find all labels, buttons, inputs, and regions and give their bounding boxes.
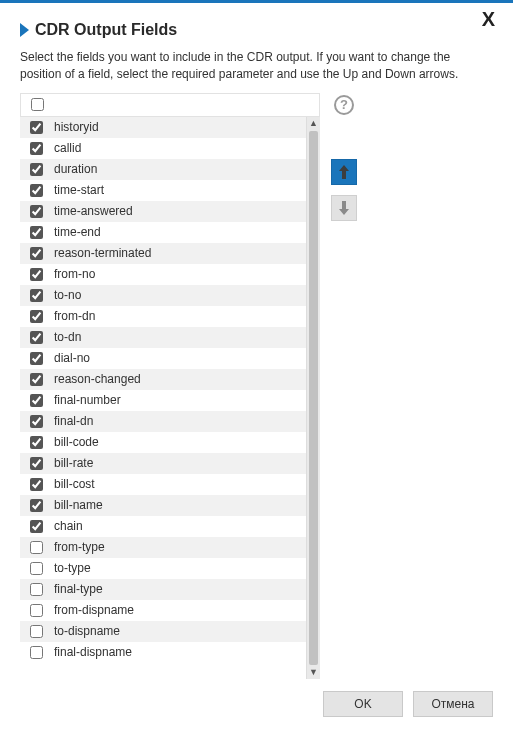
- field-checkbox[interactable]: [30, 583, 43, 596]
- field-checkbox[interactable]: [30, 247, 43, 260]
- field-label: final-dispname: [54, 645, 300, 659]
- field-label: from-no: [54, 267, 300, 281]
- field-checkbox[interactable]: [30, 226, 43, 239]
- arrow-up-icon: [339, 165, 349, 179]
- field-label: to-no: [54, 288, 300, 302]
- field-row[interactable]: bill-cost: [20, 474, 306, 495]
- fields-list-wrap: historyidcalliddurationtime-starttime-an…: [20, 117, 320, 679]
- field-row[interactable]: chain: [20, 516, 306, 537]
- field-checkbox[interactable]: [30, 604, 43, 617]
- dialog-title: CDR Output Fields: [35, 21, 177, 39]
- field-row[interactable]: dial-no: [20, 348, 306, 369]
- field-checkbox[interactable]: [30, 520, 43, 533]
- field-checkbox[interactable]: [30, 625, 43, 638]
- field-label: bill-cost: [54, 477, 300, 491]
- field-row[interactable]: from-dn: [20, 306, 306, 327]
- field-checkbox[interactable]: [30, 646, 43, 659]
- field-row[interactable]: reason-terminated: [20, 243, 306, 264]
- field-row[interactable]: from-type: [20, 537, 306, 558]
- caret-right-icon: [20, 23, 29, 37]
- help-icon[interactable]: ?: [334, 95, 354, 115]
- field-row[interactable]: time-end: [20, 222, 306, 243]
- field-checkbox[interactable]: [30, 499, 43, 512]
- field-label: bill-rate: [54, 456, 300, 470]
- field-checkbox[interactable]: [30, 289, 43, 302]
- field-label: to-dn: [54, 330, 300, 344]
- field-row[interactable]: to-dn: [20, 327, 306, 348]
- field-row[interactable]: from-no: [20, 264, 306, 285]
- field-checkbox[interactable]: [30, 121, 43, 134]
- field-checkbox[interactable]: [30, 562, 43, 575]
- field-row[interactable]: final-number: [20, 390, 306, 411]
- field-row[interactable]: final-dn: [20, 411, 306, 432]
- field-row[interactable]: time-answered: [20, 201, 306, 222]
- dialog-footer: OK Отмена: [20, 679, 493, 721]
- field-row[interactable]: time-start: [20, 180, 306, 201]
- field-row[interactable]: bill-code: [20, 432, 306, 453]
- field-row[interactable]: historyid: [20, 117, 306, 138]
- field-label: duration: [54, 162, 300, 176]
- field-label: time-start: [54, 183, 300, 197]
- cdr-output-fields-dialog: X CDR Output Fields Select the fields yo…: [0, 0, 513, 733]
- field-checkbox[interactable]: [30, 310, 43, 323]
- scroll-up-icon[interactable]: ▲: [307, 117, 320, 131]
- field-label: from-dispname: [54, 603, 300, 617]
- field-label: final-type: [54, 582, 300, 596]
- scrollbar[interactable]: ▲ ▼: [306, 117, 320, 679]
- field-label: time-end: [54, 225, 300, 239]
- fields-column: historyidcalliddurationtime-starttime-an…: [20, 93, 320, 679]
- field-row[interactable]: to-dispname: [20, 621, 306, 642]
- field-row[interactable]: to-no: [20, 285, 306, 306]
- scroll-thumb[interactable]: [309, 131, 318, 665]
- dialog-content: historyidcalliddurationtime-starttime-an…: [20, 93, 493, 679]
- scroll-down-icon[interactable]: ▼: [307, 665, 320, 679]
- field-row[interactable]: callid: [20, 138, 306, 159]
- field-checkbox[interactable]: [30, 184, 43, 197]
- move-up-button[interactable]: [331, 159, 357, 185]
- fields-list[interactable]: historyidcalliddurationtime-starttime-an…: [20, 117, 306, 679]
- field-label: to-type: [54, 561, 300, 575]
- select-all-checkbox[interactable]: [31, 98, 44, 111]
- field-checkbox[interactable]: [30, 478, 43, 491]
- ok-button[interactable]: OK: [323, 691, 403, 717]
- field-row[interactable]: to-type: [20, 558, 306, 579]
- dialog-title-row: CDR Output Fields: [20, 21, 493, 39]
- field-label: final-number: [54, 393, 300, 407]
- field-row[interactable]: reason-changed: [20, 369, 306, 390]
- side-controls: ?: [330, 93, 358, 679]
- field-row[interactable]: bill-name: [20, 495, 306, 516]
- dialog-description: Select the fields you want to include in…: [20, 49, 493, 83]
- field-row[interactable]: from-dispname: [20, 600, 306, 621]
- field-label: reason-changed: [54, 372, 300, 386]
- field-label: historyid: [54, 120, 300, 134]
- field-label: bill-name: [54, 498, 300, 512]
- field-label: to-dispname: [54, 624, 300, 638]
- field-checkbox[interactable]: [30, 394, 43, 407]
- field-checkbox[interactable]: [30, 457, 43, 470]
- field-checkbox[interactable]: [30, 436, 43, 449]
- field-row[interactable]: bill-rate: [20, 453, 306, 474]
- field-checkbox[interactable]: [30, 163, 43, 176]
- field-label: bill-code: [54, 435, 300, 449]
- field-checkbox[interactable]: [30, 268, 43, 281]
- field-row[interactable]: final-dispname: [20, 642, 306, 663]
- field-checkbox[interactable]: [30, 142, 43, 155]
- close-icon[interactable]: X: [482, 9, 495, 29]
- field-checkbox[interactable]: [30, 541, 43, 554]
- field-row[interactable]: final-type: [20, 579, 306, 600]
- move-down-button[interactable]: [331, 195, 357, 221]
- field-label: time-answered: [54, 204, 300, 218]
- field-checkbox[interactable]: [30, 373, 43, 386]
- fields-header: [20, 93, 320, 117]
- field-label: final-dn: [54, 414, 300, 428]
- field-checkbox[interactable]: [30, 331, 43, 344]
- cancel-button[interactable]: Отмена: [413, 691, 493, 717]
- arrow-down-icon: [339, 201, 349, 215]
- field-row[interactable]: duration: [20, 159, 306, 180]
- field-label: reason-terminated: [54, 246, 300, 260]
- field-label: from-type: [54, 540, 300, 554]
- field-checkbox[interactable]: [30, 205, 43, 218]
- field-checkbox[interactable]: [30, 352, 43, 365]
- field-label: callid: [54, 141, 300, 155]
- field-checkbox[interactable]: [30, 415, 43, 428]
